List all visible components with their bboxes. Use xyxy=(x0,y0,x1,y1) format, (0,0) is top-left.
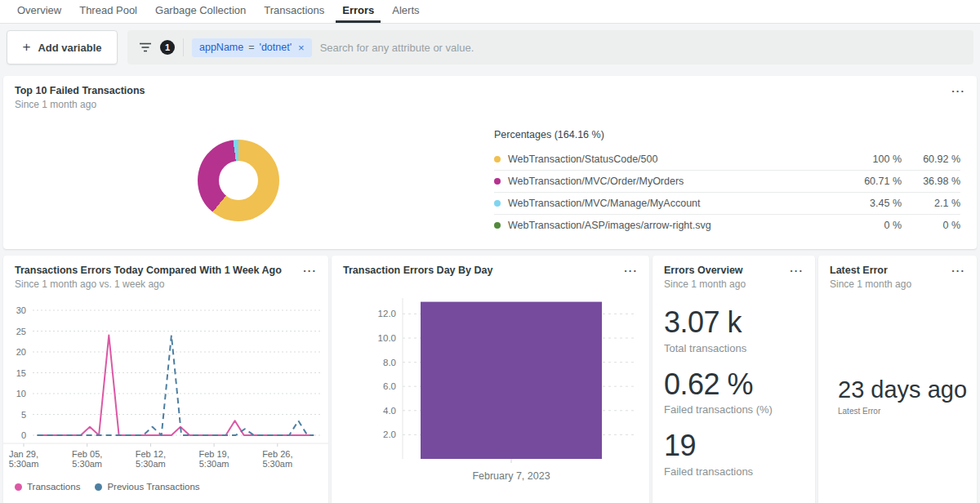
svg-text:10.0: 10.0 xyxy=(378,333,396,343)
panel-menu-icon[interactable]: ... xyxy=(951,82,965,95)
svg-text:15: 15 xyxy=(16,368,26,378)
legend-relative-pct: 100 % xyxy=(828,154,902,165)
legend-item-transactions[interactable]: Transactions xyxy=(15,482,80,492)
donut-chart[interactable] xyxy=(198,140,279,221)
metric-label: Failed transactions (%) xyxy=(664,403,804,416)
tab-thread-pool[interactable]: Thread Pool xyxy=(73,0,144,23)
legend-pct: 36.98 % xyxy=(902,176,960,187)
series-color-dot xyxy=(494,156,501,162)
legend-label: WebTransaction/MVC/Order/MyOrders xyxy=(508,176,828,187)
panel-menu-icon[interactable]: ... xyxy=(790,262,804,274)
filter-funnel-icon xyxy=(139,42,152,53)
legend-item-previous-transactions[interactable]: Previous Transactions xyxy=(95,482,199,492)
metric-failed-transactions: 19 Failed transactions xyxy=(664,430,804,478)
panel-subtitle: Since 1 month ago xyxy=(15,99,965,110)
attribute-search-input[interactable] xyxy=(320,42,962,54)
panel-transaction-errors-day-by-day: Transaction Errors Day By Day ... 2.04.0… xyxy=(332,256,649,503)
filter-search-bar[interactable]: 1 appName = 'dotnet' × xyxy=(127,30,973,65)
svg-text:Feb 19,: Feb 19, xyxy=(198,449,229,459)
svg-text:30: 30 xyxy=(16,305,26,315)
line-chart-legend: Transactions Previous Transactions xyxy=(15,482,200,492)
legend-row[interactable]: WebTransaction/MVC/Order/MyOrders 60.71 … xyxy=(494,170,960,192)
svg-text:5:30am: 5:30am xyxy=(72,459,102,469)
divider xyxy=(183,38,184,56)
add-variable-label: Add variable xyxy=(38,42,101,54)
metric-value: 0.62 % xyxy=(664,368,804,401)
svg-text:Jan 29,: Jan 29, xyxy=(9,449,38,459)
svg-text:5:30am: 5:30am xyxy=(262,459,292,469)
panel-menu-icon[interactable]: ... xyxy=(303,262,317,274)
series-color-dot xyxy=(15,483,22,491)
panel-menu-icon[interactable]: ... xyxy=(951,262,965,274)
legend-row[interactable]: WebTransaction/MVC/Manage/MyAccount 3.45… xyxy=(494,192,960,214)
filter-chip-appname[interactable]: appName = 'dotnet' × xyxy=(192,38,312,57)
legend-label: Previous Transactions xyxy=(107,482,199,492)
svg-text:25: 25 xyxy=(16,327,26,336)
metric-label: Latest Error xyxy=(838,407,977,416)
panel-menu-icon[interactable]: ... xyxy=(624,262,638,274)
chip-close-icon[interactable]: × xyxy=(296,42,305,54)
panel-latest-error: Latest Error Since 1 month ago ... 23 da… xyxy=(818,256,977,503)
tab-garbage-collection[interactable]: Garbage Collection xyxy=(149,0,252,23)
top-nav: Overview Thread Pool Garbage Collection … xyxy=(0,0,980,24)
series-color-dot xyxy=(95,483,102,491)
svg-text:0: 0 xyxy=(21,430,26,440)
panel-title: Errors Overview xyxy=(664,265,804,276)
panel-top10-failed-transactions: Top 10 Failed Transactions Since 1 month… xyxy=(3,76,977,249)
metric-label: Total transactions xyxy=(664,342,804,354)
series-color-dot xyxy=(494,200,501,207)
add-variable-button[interactable]: + Add variable xyxy=(7,30,118,65)
panel-errors-overview: Errors Overview Since 1 month ago ... 3.… xyxy=(653,256,815,503)
panel-title: Latest Error xyxy=(830,265,965,276)
svg-text:5:30am: 5:30am xyxy=(9,459,39,469)
tab-errors[interactable]: Errors xyxy=(336,0,381,23)
metric-total-transactions: 3.07 k Total transactions xyxy=(664,306,804,354)
filter-count-badge: 1 xyxy=(160,40,175,55)
chip-attribute: appName xyxy=(199,42,243,53)
svg-text:Feb 26,: Feb 26, xyxy=(262,449,292,459)
legend-relative-pct: 0 % xyxy=(828,220,902,231)
donut-legend-table: Percentages (164.16 %) WebTransaction/St… xyxy=(494,129,960,236)
metric-label: Failed transactions xyxy=(664,465,804,478)
panel-title: Transaction Errors Day By Day xyxy=(343,265,638,276)
billboard-metrics: 3.07 k Total transactions 0.62 % Failed … xyxy=(653,306,815,478)
panel-transactions-errors-compare: Transactions Errors Today Compared With … xyxy=(3,256,328,503)
tab-alerts[interactable]: Alerts xyxy=(385,0,425,23)
legend-pct: 0 % xyxy=(902,220,960,231)
line-chart[interactable]: 051015202530Jan 29,5:30amFeb 05,5:30amFe… xyxy=(3,298,328,483)
svg-text:4.0: 4.0 xyxy=(383,406,396,416)
legend-label: WebTransaction/ASP/images/arrow-right.sv… xyxy=(508,220,828,231)
tab-overview[interactable]: Overview xyxy=(11,0,68,23)
svg-text:5: 5 xyxy=(21,410,26,420)
svg-text:5:30am: 5:30am xyxy=(136,459,166,469)
metric-failed-transactions-pct: 0.62 % Failed transactions (%) xyxy=(664,368,804,416)
metric-value: 19 xyxy=(664,430,804,462)
legend-pct: 60.92 % xyxy=(902,154,960,165)
legend-row[interactable]: WebTransaction/ASP/images/arrow-right.sv… xyxy=(494,214,960,236)
svg-text:2.0: 2.0 xyxy=(383,430,396,439)
svg-text:Feb 12,: Feb 12, xyxy=(136,449,166,459)
panel-subtitle: Since 1 month ago xyxy=(830,278,965,290)
plus-icon: + xyxy=(23,39,31,56)
metric-value: 3.07 k xyxy=(664,306,804,339)
panel-subtitle: Since 1 month ago vs. 1 week ago xyxy=(15,278,317,290)
svg-text:Feb 05,: Feb 05, xyxy=(72,449,102,459)
svg-text:10: 10 xyxy=(16,389,26,398)
bottom-row: Transactions Errors Today Compared With … xyxy=(3,256,977,503)
chip-operator: = xyxy=(248,42,254,53)
tab-transactions[interactable]: Transactions xyxy=(257,0,331,23)
legend-relative-pct: 3.45 % xyxy=(828,198,902,209)
latest-error-metric: 23 days ago Latest Error xyxy=(818,376,977,416)
donut-hole xyxy=(219,161,258,200)
metric-value: 23 days ago xyxy=(838,376,977,403)
svg-text:12.0: 12.0 xyxy=(378,309,396,318)
svg-text:February 7, 2023: February 7, 2023 xyxy=(472,470,550,482)
svg-text:6.0: 6.0 xyxy=(383,381,396,391)
legend-relative-pct: 60.71 % xyxy=(828,176,902,187)
legend-pct: 2.1 % xyxy=(902,198,960,209)
filter-toolbar: + Add variable 1 appName = 'dotnet' × xyxy=(0,24,980,71)
legend-row[interactable]: WebTransaction/StatusCode/500 100 % 60.9… xyxy=(494,148,960,170)
svg-text:5:30am: 5:30am xyxy=(199,459,229,469)
chip-value: 'dotnet' xyxy=(260,42,292,53)
bar-chart[interactable]: 2.04.06.08.010.012.0February 7, 2023 xyxy=(332,292,649,496)
